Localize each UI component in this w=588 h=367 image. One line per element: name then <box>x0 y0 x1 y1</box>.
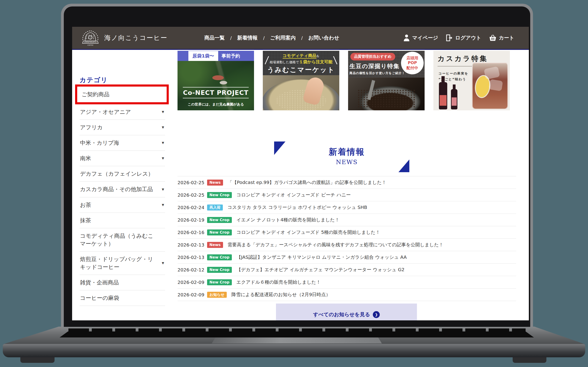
banner-line1-rest: を <box>316 54 320 58</box>
banner-tag-primary: 原袋1袋〜 <box>188 51 218 61</box>
bottle-graphic <box>451 89 458 109</box>
laptop-touchpad <box>212 337 382 343</box>
category-list: ご契約商品 ▼ アジア・オセアニア ▼ アフリカ ▼ 中米・カリブ海 ▼ 南米 … <box>79 84 165 306</box>
news-date: 2026-02-09 <box>178 280 207 285</box>
chevron-down-icon: ▼ <box>162 125 164 129</box>
main-navigation: 商品一覧 / 新着情報 / ご利用案内 / お問い合わせ <box>204 27 339 49</box>
sidebar-item-south-america[interactable]: 南米 ▼ <box>79 151 165 166</box>
chevron-down-icon: ▼ <box>162 141 164 145</box>
sidebar-item-label: 雑貨・企画商品 <box>80 279 119 286</box>
green-beans-photo <box>263 75 339 110</box>
news-badge: New Crop <box>207 217 232 223</box>
news-item[interactable]: 2026-02-12 New Crop 【デカフェ】エチオピア イルガチェフェ … <box>178 264 516 276</box>
view-all-news-button[interactable]: すべてのお知らせを見る ❯ <box>276 303 417 320</box>
news-date: 2026-02-25 <box>178 180 207 185</box>
nav-guide[interactable]: ご利用案内 <box>270 34 296 41</box>
brand-title: 海ノ向こうコーヒー <box>104 33 167 42</box>
pop-circle-badge: 店頭用 POP 配付中 <box>401 52 424 74</box>
banner-line2: 相場連動した価格で１袋から注文可能 <box>263 59 339 65</box>
news-item[interactable]: 2026-02-16 New Crop コロンビア キンディオ インフューズド … <box>178 226 516 239</box>
news-item[interactable]: 2026-02-25 New Crop コロンビア キンディオ インフューズド … <box>178 189 516 201</box>
sidebar-item-commodity[interactable]: コモディティ商品（うみむこマーケット） ▼ <box>79 228 165 252</box>
banner-cascara-feature[interactable]: カスカラ特集 コーヒーの果実を “丸ごと”味わう <box>433 51 510 110</box>
my-page-button[interactable]: マイページ <box>403 34 438 42</box>
news-badge: 再入荷 <box>207 205 223 210</box>
nav-news[interactable]: 新着情報 <box>237 34 258 41</box>
banner-line2-text: 相場連動した価格で <box>270 60 299 64</box>
banner-title: 生豆の深掘り特集 <box>349 62 400 70</box>
roaster-arm-graphic <box>367 80 375 100</box>
nav-separator: / <box>230 35 232 40</box>
logout-button[interactable]: ログアウト <box>446 34 481 41</box>
coffee-crest-logo: UMINOMUKOU COFFEE <box>80 29 101 47</box>
chevron-down-icon: ▼ <box>162 110 164 114</box>
brand-logo[interactable]: UMINOMUKOU COFFEE 海ノ向こうコーヒー <box>80 29 167 47</box>
sidebar-item-label: 中米・カリブ海 <box>80 140 119 146</box>
sidebar-item-decaf[interactable]: デカフェ（カフェインレス） ▼ <box>79 166 165 182</box>
news-badge: New Crop <box>207 254 232 260</box>
bottle-graphic <box>439 82 447 109</box>
news-item[interactable]: 2026-02-13 New Crop 【JAS認証】タンザニア キリマンジャロ… <box>178 251 516 264</box>
banner-tag-secondary: 事前予約 <box>218 51 243 61</box>
news-date: 2026-02-12 <box>178 267 207 273</box>
view-all-label: すべてのお知らせを見る <box>313 311 370 318</box>
nav-products[interactable]: 商品一覧 <box>204 34 225 41</box>
sidebar-item-coffee-sacks[interactable]: コーヒーの麻袋 ▼ <box>79 290 165 306</box>
sidebar-item-label: お茶 <box>80 202 91 208</box>
sidebar-item-roasted-beans[interactable]: 焙煎豆・ドリップバッグ・リキッドコーヒー ▼ <box>79 252 165 275</box>
user-icon <box>403 34 410 42</box>
sidebar-item-africa[interactable]: アフリカ ▼ <box>79 120 165 135</box>
news-title: コスタリカ タラス コラリージョ ホワイトポピー ウォッシュ SHB <box>227 204 367 210</box>
cart-icon <box>489 34 496 41</box>
arrow-circle-icon: ❯ <box>373 311 380 318</box>
news-item[interactable]: 2026-02-25 News 「【Podcast ep.99】ガラパゴス諸島へ… <box>178 176 516 189</box>
sidebar-item-tea[interactable]: お茶 ▼ <box>79 197 165 213</box>
category-sidebar: カテゴリ ご契約商品 ▼ アジア・オセアニア ▼ アフリカ ▼ 中米・カリブ海 … <box>72 50 175 320</box>
sidebar-item-matcha[interactable]: 抹茶 ▼ <box>79 213 165 228</box>
banner-line1-emphasis: コモディティ商品 <box>283 53 317 59</box>
news-title: 【デカフェ】エチオピア イルガチェフェ マウンテンウォーター ウォッシュ G2 <box>236 267 405 273</box>
roaster-photo <box>348 78 424 110</box>
banner-title: カスカラ特集 <box>438 54 488 64</box>
my-page-label: マイページ <box>412 34 438 41</box>
news-item[interactable]: 2026-02-19 New Crop イエメン ナノロット4種の販売を開始しま… <box>178 214 516 226</box>
sidebar-item-cascara[interactable]: カスカラ商品・その他加工品 ▼ <box>79 182 165 197</box>
banner-co-nect-project[interactable]: 原袋1袋〜 事前予約 Co-NECT PROJECT この世界には、まだ見ぬ農園… <box>178 51 254 110</box>
news-item[interactable]: 2026-02-24 再入荷 コスタリカ タラス コラリージョ ホワイトポピー … <box>178 201 516 214</box>
banner-green-bean-feature[interactable]: 品質管理担当おすすめ 生豆の深掘り特集 商品の個性を活かす使い方をご紹介！ 店頭… <box>348 51 424 110</box>
news-date: 2026-02-24 <box>178 205 207 210</box>
sidebar-item-label: アフリカ <box>80 124 103 131</box>
news-date: 2026-02-25 <box>178 192 207 198</box>
news-title: 【JAS認証】タンザニア キリマンジャロ ムリマニ・ンガラシ組合 ウォッシュ A… <box>236 254 407 260</box>
site-viewport: UMINOMUKOU COFFEE 海ノ向こうコーヒー 商品一覧 / 新着情報 … <box>72 27 529 320</box>
pop-badge-line: 配付中 <box>406 66 418 70</box>
nav-contact[interactable]: お問い合わせ <box>308 34 339 41</box>
sidebar-item-label: デカフェ（カフェインレス） <box>80 171 154 177</box>
svg-text:UMINOMUKOU: UMINOMUKOU <box>84 41 97 43</box>
news-date: 2026-02-16 <box>178 230 207 235</box>
news-item[interactable]: 2026-02-09 New Crop エクアドル６種の販売を開始しました！ <box>178 276 516 289</box>
main-content: 原袋1袋〜 事前予約 Co-NECT PROJECT この世界には、まだ見ぬ農園… <box>178 51 516 320</box>
news-date: 2026-02-13 <box>178 255 207 260</box>
laptop-foot-left <box>20 357 54 363</box>
banner-subtitle: この世界には、まだ見ぬ農園がある <box>178 102 254 107</box>
news-item[interactable]: 2026-02-09 お知らせ 降雪による配送遅延のお知らせ（2月9日時点） <box>178 289 516 301</box>
laptop-base <box>3 344 585 357</box>
sidebar-item-contract-products[interactable]: ご契約商品 ▼ <box>75 84 169 104</box>
sidebar-item-goods[interactable]: 雑貨・企画商品 ▼ <box>79 275 165 290</box>
news-heading-ja: 新着情報 <box>178 146 516 158</box>
sidebar-item-label: 焙煎豆・ドリップバッグ・リキッドコーヒー <box>80 256 153 270</box>
banner-subtitle-line: コーヒーの果実を <box>439 72 468 75</box>
banner-row: 原袋1袋〜 事前予約 Co-NECT PROJECT この世界には、まだ見ぬ農園… <box>178 51 516 110</box>
news-badge: News <box>207 242 223 248</box>
sidebar-item-central-america[interactable]: 中米・カリブ海 ▼ <box>79 135 165 151</box>
sidebar-item-asia-oceania[interactable]: アジア・オセアニア ▼ <box>79 104 165 120</box>
sidebar-item-label: コーヒーの麻袋 <box>80 295 119 301</box>
cart-button[interactable]: カート <box>489 34 514 41</box>
bottle-label <box>440 95 447 106</box>
news-item[interactable]: 2026-02-13 News 需要高まる「デカフェ」ースペシャルティの風味を残… <box>178 239 516 251</box>
laptop-foot-right <box>513 357 546 363</box>
sidebar-item-label: アジア・オセアニア <box>80 109 131 115</box>
banner-umimuko-market[interactable]: コモディティ商品を 相場連動した価格で１袋から注文可能 うみむこマーケット <box>263 51 339 110</box>
account-menu: マイページ ログアウト カート <box>403 27 514 49</box>
